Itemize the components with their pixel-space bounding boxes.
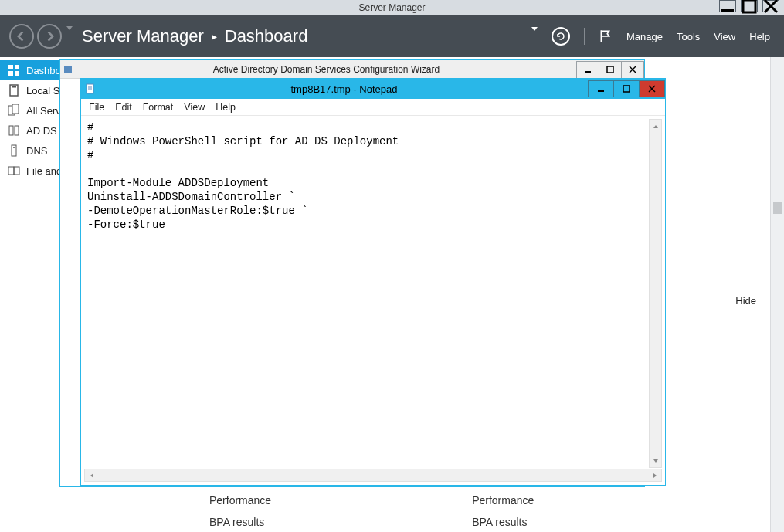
scroll-left-icon[interactable] xyxy=(85,469,98,481)
menu-help[interactable]: Help xyxy=(749,31,770,42)
wizard-minimize-button[interactable] xyxy=(576,61,599,78)
breadcrumb: Server Manager ▸ Dashboard xyxy=(82,26,307,46)
notepad-horizontal-scrollbar[interactable] xyxy=(84,469,662,482)
tile-bpa-2[interactable]: BPA results xyxy=(449,511,534,532)
svg-rect-9 xyxy=(12,86,16,88)
nav-arrows xyxy=(0,24,82,49)
server-manager-header: Server Manager ▸ Dashboard Manage Tools … xyxy=(0,15,784,57)
notepad-close-button[interactable] xyxy=(639,80,665,97)
scroll-up-icon[interactable] xyxy=(650,120,661,133)
header-right: Manage Tools View Help xyxy=(531,27,784,46)
wizard-maximize-button[interactable] xyxy=(599,61,622,78)
menu-view[interactable]: View xyxy=(714,31,735,42)
svg-rect-1 xyxy=(743,0,755,12)
notepad-titlebar[interactable]: tmp8B17.tmp - Notepad xyxy=(81,79,665,99)
notepad-vertical-scrollbar[interactable] xyxy=(649,119,662,468)
svg-rect-5 xyxy=(15,65,19,69)
sm-minimize-button[interactable] xyxy=(719,0,736,12)
tile-bpa-1[interactable]: BPA results xyxy=(186,511,271,532)
notepad-maximize-button[interactable] xyxy=(613,80,640,97)
svg-rect-13 xyxy=(15,126,19,135)
server-manager-titlebar: Server Manager xyxy=(0,0,784,15)
wizard-title: Active Directory Domain Services Configu… xyxy=(76,64,577,75)
svg-rect-16 xyxy=(8,167,14,175)
wizard-app-icon xyxy=(60,64,76,75)
svg-point-15 xyxy=(13,147,15,148)
server-manager-window-buttons xyxy=(719,0,779,12)
svg-rect-4 xyxy=(8,65,13,69)
svg-rect-20 xyxy=(607,66,613,73)
svg-rect-19 xyxy=(585,71,591,73)
notepad-app-icon xyxy=(81,83,100,94)
servers-icon xyxy=(8,104,20,117)
sidebar-label-dns: DNS xyxy=(26,145,47,157)
tile-performance-1[interactable]: Performance xyxy=(186,490,271,511)
svg-rect-6 xyxy=(8,71,13,76)
storage-icon xyxy=(8,164,20,177)
tile-right: Performance BPA results xyxy=(449,490,534,532)
notepad-menu-edit[interactable]: Edit xyxy=(115,102,132,113)
header-divider xyxy=(584,28,585,45)
notepad-menu-help[interactable]: Help xyxy=(216,102,236,113)
breadcrumb-app: Server Manager xyxy=(82,26,204,46)
tile-left: Performance BPA results xyxy=(186,490,271,532)
adds-icon xyxy=(8,124,20,137)
svg-rect-12 xyxy=(9,126,13,135)
server-manager-title: Server Manager xyxy=(0,2,784,13)
svg-rect-11 xyxy=(12,104,19,114)
content-scrollbar[interactable] xyxy=(770,57,784,532)
notepad-minimize-button[interactable] xyxy=(588,80,614,97)
scroll-down-icon[interactable] xyxy=(650,454,661,467)
wizard-titlebar[interactable]: Active Directory Domain Services Configu… xyxy=(60,60,644,79)
sm-maximize-button[interactable] xyxy=(741,0,758,12)
tile-performance-2[interactable]: Performance xyxy=(449,490,534,511)
svg-rect-18 xyxy=(64,66,72,73)
tiles-row: Performance BPA results Performance BPA … xyxy=(186,490,534,532)
notepad-title: tmp8B17.tmp - Notepad xyxy=(100,83,589,95)
notepad-text-area[interactable] xyxy=(84,119,662,468)
svg-rect-27 xyxy=(598,90,604,92)
notifications-flag-icon[interactable] xyxy=(599,29,613,43)
svg-rect-7 xyxy=(15,71,19,76)
nav-back-button[interactable] xyxy=(9,24,34,49)
notepad-window-buttons xyxy=(589,80,665,97)
notepad-window: tmp8B17.tmp - Notepad File Edit Format V… xyxy=(80,78,666,486)
chevron-right-icon: ▸ xyxy=(212,30,217,42)
menu-manage[interactable]: Manage xyxy=(626,31,663,42)
breadcrumb-caret[interactable] xyxy=(531,31,538,42)
sm-close-button[interactable] xyxy=(762,0,779,12)
scroll-right-icon[interactable] xyxy=(648,469,661,481)
notepad-menu-format[interactable]: Format xyxy=(143,102,174,113)
svg-rect-17 xyxy=(14,167,19,175)
notepad-menu-file[interactable]: File xyxy=(89,102,104,113)
nav-dropdown-caret[interactable] xyxy=(66,30,73,44)
wizard-window-buttons xyxy=(577,61,644,78)
server-icon xyxy=(8,84,20,97)
svg-rect-0 xyxy=(721,9,734,12)
notepad-menu-view[interactable]: View xyxy=(184,102,205,113)
nav-forward-button[interactable] xyxy=(37,24,62,49)
sidebar-label-adds: AD DS xyxy=(26,125,57,137)
breadcrumb-page: Dashboard xyxy=(225,26,308,46)
wizard-close-button[interactable] xyxy=(621,61,644,78)
menu-tools[interactable]: Tools xyxy=(677,31,700,42)
svg-rect-28 xyxy=(623,86,630,92)
dns-icon xyxy=(8,144,20,157)
notepad-text-area-wrap xyxy=(81,116,665,485)
scrollbar-thumb[interactable] xyxy=(773,202,782,214)
hide-link[interactable]: Hide xyxy=(735,295,756,307)
dashboard-icon xyxy=(8,64,20,76)
refresh-button[interactable] xyxy=(552,27,570,46)
svg-rect-23 xyxy=(87,84,93,93)
notepad-menubar: File Edit Format View Help xyxy=(81,99,665,116)
